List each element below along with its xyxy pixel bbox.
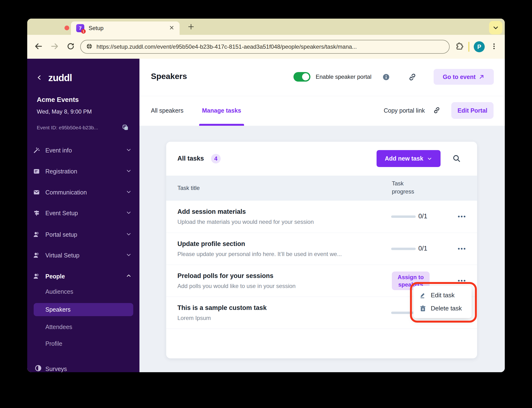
sidebar-item-label: Portal setup [45, 231, 77, 238]
sidebar-item-label: People [45, 273, 65, 280]
chevron-down-icon [126, 252, 132, 259]
mail-icon [33, 189, 40, 196]
edit-task-menu-item[interactable]: Edit task [413, 289, 471, 302]
event-datetime: Wed, May 8, 9:00 PM [37, 108, 92, 115]
info-icon[interactable] [383, 74, 389, 81]
tab-manage-tasks[interactable]: Manage tasks [199, 107, 244, 114]
event-id: Event ID: e95b50e4-b23b... [37, 125, 98, 130]
browser-toolbar: https://setup.zuddl.com/event/e95b50e4-b… [27, 35, 505, 59]
sidebar-subitem-label: Speakers [45, 306, 71, 313]
portal-link-icon[interactable] [408, 73, 417, 83]
site-info-globe-icon[interactable] [86, 43, 93, 51]
task-title: Update profile section [177, 240, 342, 248]
go-to-event-button[interactable]: Go to event [434, 69, 494, 85]
sidebar-subitem-speakers[interactable]: Speakers [34, 303, 133, 316]
task-subtitle: Please update your personal info here. I… [177, 251, 342, 257]
progress-value: 0/1 [418, 212, 427, 220]
sidebar-subitem-profile[interactable]: Profile [45, 340, 62, 347]
sidebar-item-label: Registration [45, 168, 77, 175]
browser-tab[interactable]: 7 1 Setup [71, 21, 180, 35]
browser-window: 7 1 Setup https://setu [27, 19, 505, 372]
toggle-label: Enable speaker portal [316, 74, 371, 80]
menu-item-label: Edit task [431, 292, 455, 299]
sidebar: zuddl Acme Events Wed, May 8, 9:00 PM Ev… [27, 59, 140, 372]
signpost-icon [33, 210, 40, 217]
table-row: Add session materials Upload the materia… [166, 201, 477, 233]
progress-bar [391, 248, 416, 250]
sidebar-item-surveys[interactable]: Surveys [35, 365, 67, 372]
trash-icon [419, 305, 427, 312]
sidebar-item-communication[interactable]: Communication [33, 185, 134, 200]
task-title: This is a sample custom task [177, 304, 267, 312]
url-text: https://setup.zuddl.com/event/e95b50e4-b… [96, 43, 357, 50]
toggle-knob [302, 73, 309, 80]
sidebar-item-label: Event info [45, 147, 72, 154]
tab-search-button[interactable] [489, 21, 502, 34]
sidebar-subitem-attendees[interactable]: Attendees [45, 323, 72, 331]
sidebar-item-label: Surveys [45, 366, 67, 373]
chevron-down-icon [427, 156, 432, 162]
speaker-portal-toggle[interactable] [293, 72, 310, 82]
progress-bar [391, 312, 416, 314]
page-header: Speakers Enable speaker portal Go to eve… [140, 59, 505, 96]
sidebar-subitem-audiences[interactable]: Audiences [45, 288, 73, 295]
sidebar-collapse-icon[interactable] [36, 75, 43, 82]
chevron-up-icon [126, 273, 132, 280]
all-tasks-title: All tasks [177, 155, 204, 162]
sidebar-item-event-info[interactable]: Event info [33, 143, 134, 158]
arrow-up-right-icon [479, 74, 485, 80]
surveys-icon [35, 365, 42, 372]
copy-portal-link[interactable]: Copy portal link [384, 107, 425, 114]
profile-avatar[interactable]: P [474, 41, 485, 52]
chevron-down-icon [126, 168, 132, 175]
event-name: Acme Events [37, 96, 79, 103]
toolbar-divider [468, 42, 470, 52]
browser-menu-icon[interactable] [490, 42, 498, 51]
sidebar-item-virtual-setup[interactable]: Virtual Setup [33, 248, 134, 263]
zuddl-favicon: 7 1 [76, 24, 84, 32]
progress-value: 0/1 [418, 245, 427, 252]
close-tab-icon[interactable] [169, 25, 174, 31]
close-window-button[interactable] [64, 26, 69, 30]
column-task-progress: Task progress [392, 179, 424, 196]
column-task-title: Task title [177, 185, 200, 191]
sidebar-item-label: Virtual Setup [45, 252, 79, 259]
copy-event-id-icon[interactable] [122, 124, 129, 132]
back-button[interactable] [34, 42, 43, 52]
main-content: Speakers Enable speaker portal Go to eve… [140, 59, 505, 372]
row-menu-icon[interactable] [458, 216, 465, 217]
browser-tab-strip: 7 1 Setup [27, 19, 505, 35]
sidebar-item-people[interactable]: People [33, 269, 134, 284]
chevron-down-icon [126, 210, 132, 217]
row-menu-icon[interactable] [458, 248, 465, 250]
progress-bar [391, 215, 416, 218]
delete-task-menu-item[interactable]: Delete task [413, 302, 471, 315]
people-icon [33, 273, 40, 280]
extensions-icon[interactable] [455, 42, 464, 52]
forward-button[interactable] [50, 42, 59, 52]
chevron-down-icon [126, 189, 132, 196]
menu-item-label: Delete task [431, 305, 462, 312]
search-icon[interactable] [452, 154, 461, 164]
new-tab-button[interactable] [188, 23, 194, 30]
table-header: Task title Task progress [166, 176, 477, 201]
task-count-badge: 4 [211, 154, 221, 163]
edit-portal-button[interactable]: Edit Portal [451, 102, 494, 119]
active-tab-underline [199, 124, 244, 126]
user-icon [33, 252, 40, 259]
go-to-event-label: Go to event [443, 74, 476, 80]
reload-button[interactable] [66, 42, 75, 51]
sidebar-item-event-setup[interactable]: Event Setup [33, 205, 134, 221]
user-icon [33, 231, 40, 238]
notification-badge: 1 [81, 29, 86, 34]
address-bar[interactable]: https://setup.zuddl.com/event/e95b50e4-b… [80, 40, 450, 54]
pencil-icon [419, 292, 427, 299]
sidebar-item-portal-setup[interactable]: Portal setup [33, 227, 134, 242]
row-menu-icon[interactable] [458, 280, 465, 281]
tab-title: Setup [89, 25, 169, 32]
sidebar-item-registration[interactable]: Registration [33, 164, 134, 179]
link-icon[interactable] [433, 106, 441, 115]
tab-all-speakers[interactable]: All speakers [151, 107, 183, 114]
task-title: Add session materials [177, 208, 314, 215]
add-new-task-button[interactable]: Add new task [376, 150, 441, 167]
